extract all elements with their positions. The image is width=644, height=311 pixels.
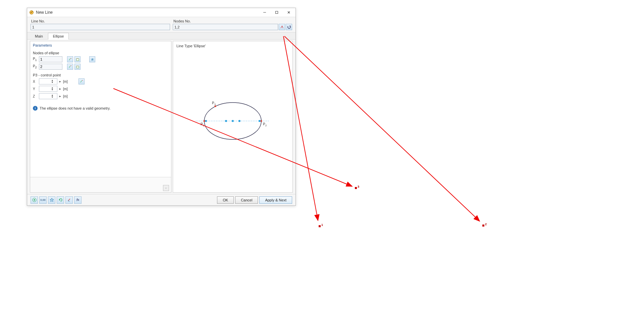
nodes-no-input[interactable] — [173, 24, 278, 30]
svg-point-9 — [232, 120, 234, 122]
y-unit-arrow[interactable]: ▸ — [59, 87, 62, 90]
preview-title: Line Type 'Ellipse' — [173, 41, 292, 49]
nodes-of-ellipse-label: Nodes of ellipse — [33, 51, 168, 55]
svg-point-19 — [215, 105, 216, 107]
svg-text:P: P — [212, 101, 214, 105]
nodes-no-wrap — [173, 24, 292, 30]
new-line-dialog: New Line Line No. Nodes No. Main El — [27, 8, 296, 206]
svg-point-7 — [205, 120, 207, 122]
x-row: X ▲▼ ▸ [m] — [33, 78, 168, 84]
z-unit: [m] — [63, 95, 70, 98]
svg-point-13 — [204, 120, 205, 122]
z-label: Z — [33, 95, 38, 98]
y-spinner[interactable]: ▲▼ — [51, 87, 54, 91]
p2-pick-button[interactable] — [67, 64, 73, 70]
upper-labels: Line No. Nodes No. — [27, 17, 296, 24]
app-icon — [29, 10, 34, 15]
script-button[interactable]: f≡ — [74, 196, 82, 204]
tab-ellipse[interactable]: Ellipse — [48, 33, 69, 40]
z-unit-arrow[interactable]: ▸ — [59, 95, 62, 98]
units-button[interactable]: 0,00 — [39, 196, 47, 204]
y-input[interactable]: ▲▼ — [39, 86, 57, 92]
svg-text:2: 2 — [265, 124, 267, 127]
p2-label: P2 — [33, 64, 38, 69]
z-input[interactable]: ▲▼ — [39, 93, 57, 99]
z-row: Z ▲▼ ▸ [m] — [33, 93, 168, 99]
validation-row: i The ellipse does not have a valid geom… — [30, 103, 171, 112]
svg-point-2 — [282, 26, 282, 26]
svg-point-8 — [225, 120, 227, 122]
parameters-title: Parameters — [30, 41, 171, 48]
nodes-no-label: Nodes No. — [173, 18, 292, 24]
tab-bar: Main Ellipse — [27, 32, 296, 40]
x-value[interactable] — [41, 79, 51, 84]
ellipse-preview-svg: P 1 P 2 P 3 — [182, 87, 283, 154]
p1-new-button[interactable] — [74, 56, 80, 62]
svg-text:f≡: f≡ — [76, 198, 79, 202]
maximize-button[interactable] — [271, 9, 283, 16]
svg-text:P: P — [201, 122, 203, 126]
ok-button[interactable]: OK — [217, 196, 234, 204]
p1-pick-button[interactable] — [67, 56, 73, 62]
svg-point-23 — [34, 199, 35, 201]
cad-node-1-label: 1 — [321, 223, 323, 227]
x-unit: [m] — [63, 80, 70, 83]
p1-row: P1 — [33, 56, 168, 62]
cad-node-3-marker — [355, 187, 357, 189]
svg-rect-1 — [276, 11, 278, 14]
cad-node-2-marker — [482, 225, 484, 227]
comment-area[interactable] — [30, 177, 171, 192]
p2-input[interactable] — [39, 64, 62, 70]
p1-input[interactable] — [39, 56, 62, 62]
p3-pick-button[interactable] — [78, 78, 85, 84]
p2-row: P2 — [33, 64, 168, 70]
svg-text:3: 3 — [214, 103, 216, 106]
attach-button[interactable] — [163, 185, 169, 191]
line-no-input[interactable] — [31, 24, 170, 30]
validation-message: The ellipse does not have a valid geomet… — [40, 106, 110, 110]
svg-line-27 — [284, 36, 480, 221]
preview-canvas: P 1 P 2 P 3 — [173, 49, 292, 192]
clear-button[interactable] — [65, 196, 73, 204]
minimize-button[interactable] — [259, 9, 271, 16]
apply-next-button[interactable]: Apply & Next — [259, 196, 292, 204]
p2-new-button[interactable] — [74, 64, 80, 70]
cad-node-1-marker — [319, 225, 321, 227]
cad-node-2-label: 2 — [485, 223, 487, 226]
p3-heading: P3 - control point — [33, 73, 168, 77]
parameters-panel: Parameters Nodes of ellipse P1 — [30, 41, 171, 193]
reset-button[interactable] — [57, 196, 64, 204]
tab-main[interactable]: Main — [30, 33, 48, 40]
x-spinner[interactable]: ▲▼ — [51, 79, 54, 83]
dialog-body: Parameters Nodes of ellipse P1 — [27, 40, 296, 194]
favorite-button[interactable] — [48, 196, 55, 204]
dialog-footer: 0,00 f≡ OK Cancel Apply & Next — [27, 194, 296, 205]
reverse-nodes-button[interactable] — [286, 24, 292, 30]
y-unit: [m] — [63, 87, 70, 91]
y-label: Y — [33, 87, 38, 91]
svg-point-10 — [238, 120, 240, 122]
help-button[interactable] — [31, 196, 38, 204]
y-value[interactable] — [41, 86, 51, 91]
y-row: Y ▲▼ ▸ [m] — [33, 86, 168, 92]
line-no-label: Line No. — [31, 18, 170, 24]
upper-fields — [27, 24, 296, 32]
z-spinner[interactable]: ▲▼ — [51, 94, 54, 98]
info-icon: i — [33, 106, 38, 111]
p1-label: P1 — [33, 57, 38, 62]
z-value[interactable] — [41, 94, 51, 99]
x-unit-arrow[interactable]: ▸ — [59, 80, 62, 83]
parameters-body: Nodes of ellipse P1 — [30, 48, 171, 103]
swap-p1p2-button[interactable] — [89, 56, 95, 62]
close-button[interactable] — [283, 9, 295, 16]
preview-panel: Line Type 'Ellipse' P 1 — [173, 41, 293, 193]
svg-point-16 — [261, 120, 262, 122]
cancel-button[interactable]: Cancel — [235, 196, 258, 204]
x-input[interactable]: ▲▼ — [39, 78, 57, 84]
pick-nodes-button[interactable] — [279, 24, 285, 30]
window-title: New Line — [36, 10, 259, 15]
svg-text:1: 1 — [203, 124, 204, 127]
cad-node-3-label: 3 — [358, 185, 359, 188]
x-label: X — [33, 80, 38, 83]
svg-text:P: P — [263, 122, 265, 126]
